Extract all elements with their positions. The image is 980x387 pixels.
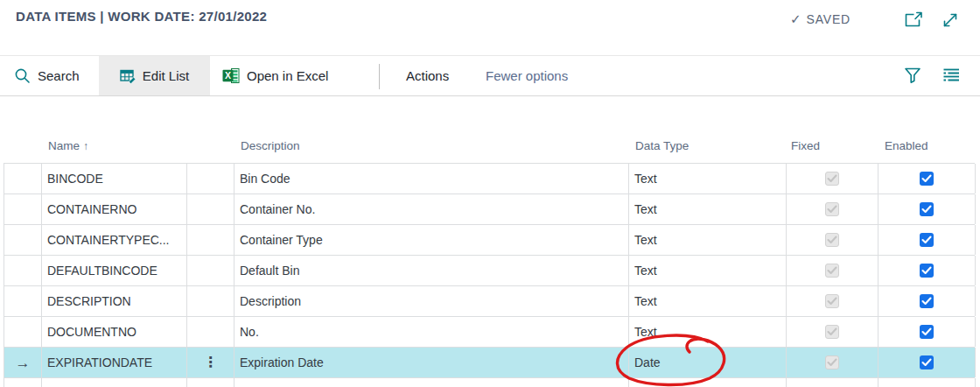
column-header-enabled[interactable]: Enabled (885, 139, 928, 152)
row-selector-cell[interactable] (4, 194, 42, 224)
data-type-cell[interactable]: Text (629, 317, 787, 347)
fixed-checkbox-checked-disabled (825, 294, 839, 308)
svg-text:X: X (225, 70, 231, 81)
data-type-cell[interactable]: Text (629, 164, 787, 194)
description-cell[interactable]: Bin Code (234, 164, 629, 194)
fixed-checkbox-cell (787, 256, 878, 285)
row-menu-cell[interactable] (187, 286, 234, 316)
actions-menu-button[interactable]: Actions (406, 56, 449, 95)
name-cell[interactable]: BINCODE (42, 164, 187, 194)
row-menu-cell[interactable]: ⋮ (187, 348, 234, 377)
fewer-options-button[interactable]: Fewer options (486, 56, 568, 95)
description-cell[interactable]: Default Bin (234, 256, 629, 285)
search-button[interactable]: Search (14, 56, 80, 95)
sort-ascending-icon: ↑ (83, 140, 88, 152)
fixed-checkbox-cell (787, 225, 878, 255)
name-cell[interactable]: EXPIRATIONDATE (42, 348, 187, 377)
saved-check-icon: ✓ (790, 11, 802, 27)
edit-list-icon (120, 68, 136, 84)
name-cell[interactable]: DESCRIPTION (42, 286, 187, 316)
description-cell[interactable]: Container Type (234, 225, 629, 255)
enabled-checkbox-checked[interactable] (920, 325, 934, 339)
filter-funnel-icon (904, 67, 921, 84)
open-in-excel-button[interactable]: X Open in Excel (222, 56, 328, 95)
row-selector-cell[interactable] (4, 256, 42, 285)
page-title: DATA ITEMS | WORK DATE: 27/01/2022 (16, 9, 267, 24)
column-header-name[interactable]: Name↑ (48, 139, 88, 152)
name-cell[interactable] (42, 378, 187, 387)
row-selector-cell[interactable] (4, 286, 42, 316)
row-menu-cell[interactable] (187, 378, 234, 387)
description-cell[interactable] (234, 378, 629, 387)
column-header-data-type[interactable]: Data Type (635, 139, 689, 152)
fixed-checkbox-cell (787, 164, 878, 194)
name-cell[interactable]: CONTAINERTYPEC... (42, 225, 187, 255)
data-type-cell[interactable]: Date (629, 348, 787, 377)
enabled-checkbox-cell[interactable] (878, 194, 976, 224)
column-header-fixed[interactable]: Fixed (791, 139, 820, 152)
row-menu-cell[interactable] (187, 164, 234, 194)
row-menu-cell[interactable] (187, 256, 234, 285)
search-icon (14, 67, 31, 84)
enabled-checkbox-checked[interactable] (920, 172, 934, 186)
fixed-checkbox-checked-disabled (825, 202, 839, 216)
table-row[interactable]: BINCODE Bin Code Text (4, 164, 975, 194)
fixed-checkbox-cell (787, 286, 878, 316)
row-menu-cell[interactable] (187, 225, 234, 255)
fixed-checkbox-checked-disabled (825, 355, 839, 369)
table-row[interactable]: DESCRIPTION Description Text (4, 286, 975, 317)
choose-columns-button[interactable] (938, 56, 964, 95)
enabled-checkbox-checked[interactable] (920, 202, 934, 216)
enabled-checkbox-checked[interactable] (920, 233, 934, 247)
enabled-checkbox-checked[interactable] (920, 264, 934, 278)
actions-label: Actions (406, 68, 449, 83)
name-cell[interactable]: DOCUMENTNO (42, 317, 187, 347)
row-selector-cell[interactable] (4, 317, 42, 347)
data-type-cell[interactable]: Text (629, 256, 787, 285)
row-selector-cell[interactable] (4, 225, 42, 255)
excel-icon: X (222, 67, 240, 84)
table-row[interactable]: CONTAINERTYPEC... Container Type Text (4, 225, 975, 256)
description-cell[interactable]: Container No. (234, 194, 629, 224)
table-row[interactable]: DOCUMENTNO No. Text (4, 317, 975, 348)
enabled-checkbox-cell[interactable] (878, 348, 976, 377)
data-type-cell[interactable]: Text (629, 194, 787, 224)
table-row[interactable]: DEFAULTBINCODE Default Bin Text (4, 256, 975, 286)
row-selector-cell[interactable] (4, 378, 42, 387)
data-type-cell[interactable]: Text (629, 225, 787, 255)
fixed-checkbox-checked-disabled (825, 233, 839, 247)
description-cell[interactable]: No. (234, 317, 629, 347)
enabled-checkbox-cell[interactable] (878, 164, 976, 194)
data-type-cell[interactable] (629, 378, 787, 387)
enabled-checkbox-cell[interactable] (878, 286, 976, 316)
row-menu-cell[interactable] (187, 194, 234, 224)
column-header-description[interactable]: Description (241, 139, 300, 152)
table-row[interactable]: CONTAINERNO Container No. Text (4, 194, 975, 225)
enabled-checkbox-checked[interactable] (920, 294, 934, 308)
edit-list-button[interactable]: Edit List (99, 56, 210, 95)
name-cell[interactable]: DEFAULTBINCODE (42, 256, 187, 285)
fixed-checkbox-cell (787, 317, 878, 347)
search-label: Search (38, 68, 80, 83)
enabled-checkbox-cell[interactable] (878, 225, 976, 255)
list-icon (943, 68, 960, 83)
open-in-new-window-button[interactable] (900, 9, 925, 32)
partial-empty-row[interactable] (4, 378, 975, 387)
selected-row-arrow-icon: → (16, 355, 31, 370)
row-selector-cell[interactable]: → (4, 348, 42, 377)
enabled-checkbox-cell[interactable] (878, 256, 976, 285)
description-cell[interactable]: Description (234, 286, 629, 316)
description-cell[interactable]: Expiration Date (234, 348, 629, 377)
enabled-checkbox-cell[interactable] (878, 378, 976, 387)
enabled-checkbox-checked[interactable] (920, 355, 934, 369)
row-menu-cell[interactable] (187, 317, 234, 347)
filter-button[interactable] (900, 56, 926, 95)
edit-list-label: Edit List (143, 68, 189, 83)
enabled-checkbox-cell[interactable] (878, 317, 976, 347)
action-toolbar: Search Edit List X Open in Excel Actions… (0, 55, 980, 96)
expand-page-button[interactable] (938, 9, 962, 32)
data-type-cell[interactable]: Text (629, 286, 787, 316)
name-cell[interactable]: CONTAINERNO (42, 194, 187, 224)
table-row[interactable]: → EXPIRATIONDATE ⋮ Expiration Date Date (4, 348, 975, 378)
row-selector-cell[interactable] (4, 164, 42, 194)
